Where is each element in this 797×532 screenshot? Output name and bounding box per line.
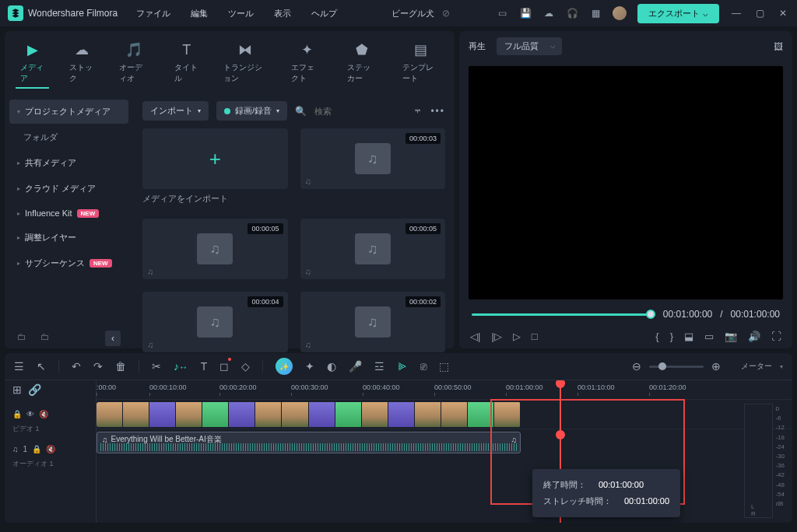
video-clip[interactable] (97, 402, 521, 427)
tracks-icon[interactable]: ☰ (14, 360, 24, 373)
prev-frame-icon[interactable]: ◁| (470, 331, 480, 342)
lock-icon[interactable]: 🔒 (32, 445, 41, 453)
zoom-out-icon[interactable]: ⊖ (632, 360, 641, 373)
folder-icon[interactable]: 🗀 (40, 331, 54, 345)
mute-icon[interactable]: 🔇 (39, 410, 48, 418)
text-icon[interactable]: T (201, 360, 208, 373)
tab-transition[interactable]: ⧓トランジション (219, 37, 271, 89)
preview-video[interactable] (469, 66, 783, 299)
mic-icon[interactable]: 🎤 (349, 360, 362, 373)
audio-stretch-icon[interactable]: ♪↔ (174, 360, 188, 373)
menu-help[interactable]: ヘルプ (304, 5, 345, 23)
marker-icon[interactable]: ⬓ (684, 331, 693, 342)
menu-file[interactable]: ファイル (128, 5, 178, 23)
tab-media[interactable]: ▶メディア (16, 37, 49, 89)
menu-edit[interactable]: 編集 (183, 5, 216, 23)
volume-icon[interactable]: 🔊 (748, 331, 760, 342)
crop-icon[interactable]: ◻ (219, 360, 229, 373)
media-item[interactable]: ♫00:00:05♫ (300, 219, 446, 279)
audio-track-label: オーディオ 1 (5, 459, 96, 469)
sidebar-adjustment[interactable]: ▸調整レイヤー (9, 226, 128, 250)
time-current: 00:01:00:00 (663, 309, 712, 320)
media-item[interactable]: ♫00:00:04♫ (142, 292, 288, 352)
media-item[interactable]: ♫00:00:03♫ (300, 128, 446, 189)
link-icon[interactable]: 🔗 (28, 383, 41, 396)
tab-title[interactable]: Tタイトル (170, 37, 203, 89)
tab-audio[interactable]: 🎵オーディオ (114, 37, 154, 89)
zoom-in-icon[interactable]: ⊕ (711, 360, 721, 373)
cursor-icon[interactable]: ↖ (37, 360, 46, 373)
track-add-icon[interactable]: ⊞ (12, 383, 22, 396)
save-icon[interactable]: 💾 (519, 7, 532, 19)
video-track[interactable] (97, 399, 792, 429)
export-button[interactable]: エクスポート⌵ (637, 4, 719, 23)
compare-icon[interactable]: ▭ (704, 331, 714, 342)
scrub-slider[interactable] (472, 313, 655, 316)
folder-add-icon[interactable]: 🗀 (17, 331, 31, 345)
sidebar-shared-media[interactable]: ▸共有メディア (9, 151, 128, 175)
undo-icon[interactable]: ↶ (72, 360, 81, 373)
search-icon: 🔍 (295, 106, 307, 117)
scrub-handle[interactable] (646, 310, 655, 319)
fullscreen-icon[interactable]: ⛶ (771, 331, 781, 342)
titlebar-search-text[interactable]: ビーグル犬 (391, 8, 434, 19)
camera-icon[interactable]: 📷 (725, 331, 737, 342)
headphones-icon[interactable]: 🎧 (566, 7, 578, 19)
mark-in-icon[interactable]: { (655, 331, 658, 342)
color-icon[interactable]: ◐ (327, 360, 336, 373)
sparkle-icon[interactable]: ✦ (305, 360, 314, 373)
render-icon[interactable]: ⎚ (420, 360, 427, 373)
zoom-slider[interactable] (649, 366, 704, 368)
import-dropdown[interactable]: インポート▾ (142, 101, 209, 121)
eye-icon[interactable]: 👁 (26, 410, 34, 418)
sidebar-folder-label: フォルダ (9, 125, 128, 149)
record-dropdown[interactable]: 録画/録音▾ (216, 101, 287, 121)
user-avatar[interactable] (613, 6, 627, 20)
filter-icon[interactable]: ⫧ (413, 106, 423, 117)
media-item[interactable]: ♫00:00:02♫ (300, 292, 446, 352)
quality-dropdown[interactable]: フル品質 (497, 37, 562, 55)
sidebar-project-media[interactable]: ▾プロジェクトメディア (9, 100, 128, 124)
audio-clip[interactable]: ♫Everything Will be Better-AI音楽 ♫ (97, 432, 521, 453)
select-icon[interactable]: ⬚ (439, 360, 449, 373)
media-item[interactable]: ♫00:00:05♫ (142, 219, 288, 279)
sidebar-cloud-media[interactable]: ▸クラウド メディア (9, 177, 128, 201)
apps-icon[interactable]: ▦ (589, 7, 602, 19)
play-icon[interactable]: ▷ (513, 331, 521, 342)
sidebar-subsequence[interactable]: ▸サブシーケンスNEW (9, 251, 128, 275)
lock-icon[interactable]: 🔒 (12, 410, 22, 418)
stop-icon[interactable]: □ (532, 331, 538, 342)
mixer-icon[interactable]: ☲ (374, 360, 384, 373)
device-icon[interactable]: ▭ (496, 7, 508, 19)
cloud-icon[interactable]: ☁ (542, 7, 555, 19)
ai-icon[interactable]: ✨ (276, 358, 293, 375)
mute-icon[interactable]: 🔇 (46, 445, 55, 453)
next-frame-icon[interactable]: |▷ (491, 331, 501, 342)
beat-icon[interactable]: ⫸ (397, 360, 408, 373)
tab-template[interactable]: ▤テンプレート (398, 37, 444, 89)
timeline-ruler[interactable]: :00:00 00:00:10:00 00:00:20:00 00:00:30:… (97, 380, 792, 399)
meter-label[interactable]: メーター (741, 361, 772, 372)
menu-view[interactable]: 表示 (266, 5, 299, 23)
time-sep: / (720, 309, 722, 320)
audio-track[interactable]: ♫Everything Will be Better-AI音楽 ♫ (97, 429, 792, 458)
close-button[interactable]: ✕ (777, 7, 789, 19)
tab-effect[interactable]: ✦エフェクト (286, 37, 326, 89)
sidebar-influence-kit[interactable]: ▸Influence KitNEW (9, 202, 128, 224)
delete-icon[interactable]: 🗑 (115, 360, 126, 373)
search-input[interactable] (314, 107, 377, 116)
minimize-button[interactable]: — (730, 7, 743, 19)
cut-icon[interactable]: ✂ (152, 360, 161, 373)
keyframe-icon[interactable]: ◇ (241, 360, 250, 373)
more-icon[interactable]: ••• (430, 106, 445, 117)
note-icon: ♫ (147, 340, 153, 349)
maximize-button[interactable]: ▢ (753, 7, 766, 19)
redo-icon[interactable]: ↷ (93, 360, 103, 373)
tab-stock[interactable]: ☁ストック (65, 37, 98, 89)
menu-tool[interactable]: ツール (220, 5, 262, 23)
import-card[interactable]: + メディアをインポート (142, 128, 288, 189)
mark-out-icon[interactable]: } (670, 331, 673, 342)
tab-sticker[interactable]: ⬟ステッカー (342, 37, 382, 89)
snapshot-icon[interactable]: 🖼 (774, 41, 783, 52)
sidebar-collapse-button[interactable]: ‹ (105, 331, 121, 346)
